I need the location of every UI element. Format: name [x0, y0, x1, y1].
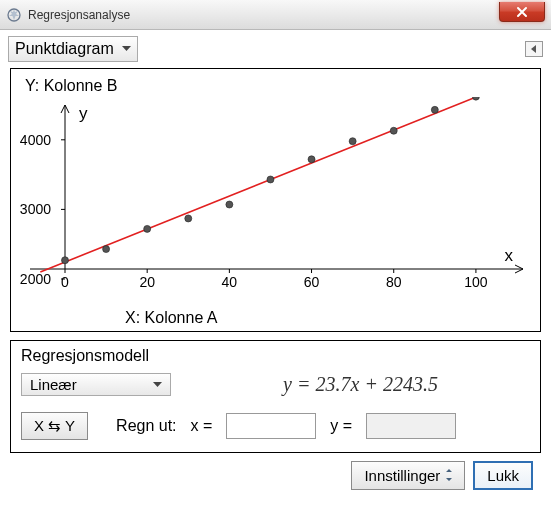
svg-text:100: 100	[464, 274, 488, 290]
chart-panel: Y: Kolonne B 020406080100200030004000yx …	[10, 68, 541, 332]
menu-indicator-icon	[446, 469, 452, 483]
svg-point-28	[185, 215, 192, 222]
svg-text:y: y	[79, 104, 88, 123]
y-output	[366, 413, 456, 439]
compute-label: Regn ut:	[116, 417, 176, 435]
window-title: Regresjonsanalyse	[28, 8, 130, 22]
y-equals-label: y =	[330, 417, 352, 435]
svg-point-35	[472, 97, 479, 100]
content: Punktdiagram Y: Kolonne B 02040608010020…	[0, 30, 551, 506]
chevron-down-icon	[122, 46, 131, 52]
y-axis-title: Y: Kolonne B	[25, 77, 536, 95]
triangle-left-icon	[529, 44, 539, 54]
regression-type-dropdown[interactable]: Lineær	[21, 373, 171, 396]
svg-point-30	[267, 176, 274, 183]
svg-point-33	[390, 127, 397, 134]
x-axis-title: X: Kolonne A	[125, 309, 536, 327]
chart-type-value: Punktdiagram	[15, 40, 114, 58]
svg-text:2000: 2000	[20, 271, 51, 287]
titlebar: Regresjonsanalyse	[0, 0, 551, 30]
close-icon	[516, 6, 528, 18]
settings-button[interactable]: Innstillinger	[351, 461, 465, 490]
swap-xy-label: X ⇆ Y	[34, 417, 75, 435]
regression-type-value: Lineær	[30, 376, 77, 393]
svg-point-27	[144, 225, 151, 232]
app-icon	[6, 7, 22, 23]
svg-text:x: x	[505, 246, 514, 265]
svg-point-29	[226, 201, 233, 208]
svg-text:20: 20	[139, 274, 155, 290]
svg-text:4000: 4000	[20, 132, 51, 148]
svg-text:0: 0	[61, 274, 69, 290]
svg-point-31	[308, 156, 315, 163]
collapse-panel-button[interactable]	[525, 41, 543, 57]
x-input[interactable]	[226, 413, 316, 439]
svg-point-25	[62, 257, 69, 264]
regression-model-title: Regresjonsmodell	[21, 347, 530, 365]
settings-label: Innstillinger	[364, 467, 440, 484]
svg-text:80: 80	[386, 274, 402, 290]
svg-point-32	[349, 138, 356, 145]
close-button[interactable]: Lukk	[473, 461, 533, 490]
chart-type-dropdown[interactable]: Punktdiagram	[8, 36, 138, 62]
scatter-chart: 020406080100200030004000yx	[15, 97, 535, 307]
close-window-button[interactable]	[499, 2, 545, 22]
svg-point-26	[103, 246, 110, 253]
chevron-down-icon	[153, 382, 162, 388]
regression-model-panel: Regresjonsmodell Lineær y = 23.7x + 2243…	[10, 340, 541, 453]
svg-point-34	[431, 106, 438, 113]
swap-xy-button[interactable]: X ⇆ Y	[21, 412, 88, 440]
close-label: Lukk	[487, 467, 519, 484]
dialog-footer: Innstillinger Lukk	[8, 453, 543, 498]
svg-text:40: 40	[222, 274, 238, 290]
svg-text:3000: 3000	[20, 201, 51, 217]
toolbar: Punktdiagram	[8, 36, 543, 62]
regression-equation: y = 23.7x + 2243.5	[191, 373, 530, 396]
x-equals-label: x =	[191, 417, 213, 435]
svg-text:60: 60	[304, 274, 320, 290]
svg-line-24	[40, 97, 535, 272]
